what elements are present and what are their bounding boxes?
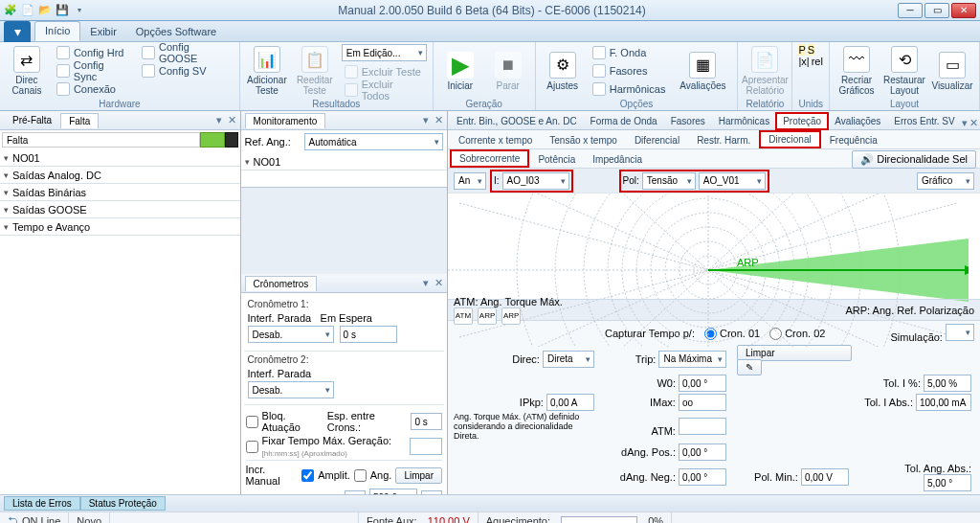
tab-opcoes[interactable]: Opções Software [126, 23, 226, 41]
fixar-tempo-input[interactable] [410, 438, 442, 455]
subtab-tensao[interactable]: Tensão x tempo [541, 132, 626, 148]
unit-s-icon[interactable]: S [808, 44, 814, 56]
visualizar-button[interactable]: ▭Visualizar [931, 44, 973, 98]
tab-entr-bin[interactable]: Entr. Bin., GOOSE e An. DC [450, 113, 584, 129]
panel-close-icon[interactable]: ✕ [433, 277, 445, 289]
reeditar-teste-button[interactable]: 📋Reeditar Teste [294, 44, 336, 98]
step-up-icon[interactable]: ≫ [421, 490, 442, 495]
subtab-frequencia[interactable]: Frequência [821, 132, 886, 148]
mon-row-no01[interactable]: ▾NO01 [241, 153, 447, 171]
tab-erros-sv[interactable]: Erros Entr. SV [887, 113, 961, 129]
trip-combo[interactable]: Na Máxima [658, 351, 726, 368]
ajustes-button[interactable]: ⚙Ajustes [542, 44, 584, 98]
tree-row-saidas-bin[interactable]: ▾Saídas Binárias [0, 184, 240, 201]
panel-close-icon[interactable]: ✕ [969, 117, 978, 129]
pol-type-combo[interactable]: Tensão [642, 172, 696, 190]
subtab-corrente[interactable]: Corrente x tempo [450, 132, 541, 148]
direc-combo[interactable]: Direta [543, 351, 594, 368]
amplit-check[interactable] [301, 469, 314, 482]
conexao-button[interactable]: Conexão [54, 80, 133, 97]
i-combo[interactable]: AO_I03 [502, 172, 569, 190]
dneg-input[interactable]: 0,00 ° [679, 468, 726, 486]
pol-channel-combo[interactable]: AO_V01 [699, 172, 766, 190]
tab-pre-falta[interactable]: Pré-Falta [4, 112, 60, 128]
panel-menu-icon[interactable]: ▾ [421, 277, 431, 289]
tola-input[interactable]: 5,00 ° [924, 474, 971, 491]
atm-icon-1[interactable]: ATM [454, 307, 473, 325]
panel-menu-icon[interactable]: ▾ [214, 114, 224, 126]
unit-abs-icon[interactable]: |x| [798, 56, 809, 67]
tree-row-saidas-goose[interactable]: ▾Saídas GOOSE [0, 201, 240, 218]
tolia-input[interactable]: 100,00 mA [916, 394, 971, 411]
toli-input[interactable]: 5,00 % [924, 375, 971, 392]
tree-row-no01[interactable]: ▾NO01 [0, 149, 240, 167]
w0-input[interactable]: 0,00 ° [679, 375, 726, 392]
ipkp-input[interactable]: 0,00 A [546, 394, 594, 411]
recriar-graficos-button[interactable]: 〰Recriar Gráficos [835, 44, 878, 98]
tab-forma-onda[interactable]: Forma de Onda [584, 113, 664, 129]
pmin-input[interactable]: 0,00 V [801, 468, 849, 486]
direcionalidade-sel-button[interactable]: 🔊 Direcionalidade Sel [852, 150, 976, 169]
imax-input[interactable]: oo [679, 394, 726, 411]
resultado-combo[interactable]: Em Edição... [342, 44, 427, 61]
qat-new-icon[interactable]: 📄 [21, 4, 34, 17]
config-hrd-button[interactable]: Config Hrd [54, 44, 133, 60]
tab-fasores[interactable]: Fasores [664, 113, 712, 129]
dpos-input[interactable]: 0,00 ° [679, 443, 726, 461]
unit-p-icon[interactable]: P [798, 44, 805, 56]
cron1-parada-combo[interactable]: Desab. [248, 326, 334, 343]
excluir-todos-button[interactable]: Excluir Todos [342, 81, 427, 98]
fonda-button[interactable]: F. Onda [590, 44, 669, 60]
tree-row-saidas-analog[interactable]: ▾Saídas Analog. DC [0, 167, 240, 184]
bloq-atuacao-check[interactable] [246, 416, 258, 428]
parar-button[interactable]: ■Parar [487, 44, 529, 98]
close-button[interactable]: ✕ [951, 3, 976, 18]
tree-row-tempo[interactable]: ▾Tempo e Avanço [0, 218, 240, 236]
qat-open-icon[interactable]: 📂 [38, 4, 52, 17]
tab-exibir[interactable]: Exibir [80, 23, 126, 41]
restaurar-layout-button[interactable]: ⟲Restaurar Layout [883, 44, 925, 98]
subtab-direcional[interactable]: Direcional [759, 130, 820, 148]
panel-menu-icon[interactable]: ▾ [962, 117, 968, 129]
limpar-cron-button[interactable]: Limpar [395, 467, 442, 484]
fasores-button[interactable]: Fasores [590, 62, 669, 79]
harmonicas-button[interactable]: Harmônicas [590, 80, 669, 97]
adicionar-teste-button[interactable]: 📊Adicionar Teste [246, 44, 288, 98]
tab-cronometros[interactable]: Crônometros [245, 276, 318, 291]
qat-save-icon[interactable]: 💾 [56, 4, 69, 17]
esp-crons-input[interactable]: 0 s [411, 413, 442, 430]
foot-tab-status[interactable]: Status Proteção [80, 496, 166, 511]
sim-combo[interactable] [946, 324, 974, 341]
panel-close-icon[interactable]: ✕ [433, 114, 445, 126]
excluir-teste-button[interactable]: Excluir Teste [342, 63, 427, 80]
relatorio-button[interactable]: 📄Apresentar Relatório [744, 44, 786, 98]
maximize-button[interactable]: ▭ [924, 3, 949, 18]
subtab-diferencial[interactable]: Diferencial [626, 132, 688, 148]
ang-check[interactable] [354, 469, 367, 482]
config-goose-button[interactable]: Config GOOSE [139, 44, 234, 60]
tab-falta[interactable]: Falta [60, 113, 99, 128]
step-input[interactable]: 500,0 m [369, 489, 417, 494]
tab-inicio[interactable]: Início [34, 21, 80, 41]
avaliacoes-button[interactable]: ▦Avaliações [674, 44, 731, 98]
subtab-restr-harm[interactable]: Restr. Harm. [688, 132, 759, 148]
tab-monitoramento[interactable]: Monitoramento [245, 113, 326, 128]
atm-icon-2[interactable]: ARP [478, 307, 497, 325]
config-sv-button[interactable]: Config SV [139, 62, 234, 79]
panel-menu-icon[interactable]: ▾ [421, 114, 431, 126]
unit-rel-icon[interactable]: rel [812, 56, 823, 67]
foot-tab-erros[interactable]: Lista de Erros [4, 496, 80, 511]
subtab-sobrecorrente[interactable]: Sobrecorrente [450, 149, 529, 168]
config-sync-button[interactable]: Config Sync [54, 62, 133, 79]
action-icon[interactable]: ✎ [737, 359, 762, 375]
atm-input[interactable] [679, 418, 726, 435]
qat-dropdown-icon[interactable]: ▾ [73, 4, 86, 17]
panel-close-icon[interactable]: ✕ [226, 114, 238, 126]
direc-canais-button[interactable]: ⇄ Direc Canais [6, 44, 48, 98]
subtab-impedancia[interactable]: Impedância [584, 151, 651, 168]
file-menu-button[interactable]: ▾ [4, 21, 31, 42]
back-icon[interactable]: ⮌ [8, 515, 18, 524]
tab-protecao[interactable]: Proteção [776, 113, 828, 129]
tab-avaliacoes[interactable]: Avaliações [828, 113, 887, 129]
step-down-icon[interactable]: ≪ [345, 490, 366, 495]
